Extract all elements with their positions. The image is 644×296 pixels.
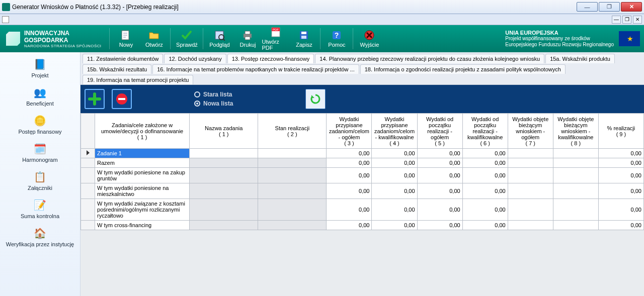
- cell-col7[interactable]: [508, 168, 553, 183]
- cell-col5[interactable]: 0,00: [417, 168, 462, 183]
- cell-col3[interactable]: 0,00: [327, 149, 372, 158]
- cell-stan[interactable]: [258, 149, 327, 158]
- table-row[interactable]: Zadanie 10,000,000,000,000,00: [81, 149, 644, 158]
- cell-col5[interactable]: 0,00: [417, 183, 462, 199]
- cell-col8[interactable]: [553, 199, 598, 221]
- table-row[interactable]: W tym wydatki związane z kosztami pośred…: [81, 199, 644, 221]
- tab-12[interactable]: 12. Dochód uzyskany: [164, 54, 226, 63]
- data-grid[interactable]: Zadania/cele założone w umowie/decyzji o…: [80, 113, 644, 230]
- nav-beneficjent[interactable]: 👥 Beneficjent: [0, 84, 80, 108]
- tab-15b[interactable]: 15b. Wskaźniki rezultatu: [83, 64, 151, 74]
- cell-col8[interactable]: [553, 221, 598, 230]
- cell-zadania[interactable]: W tym wydatki poniesione na mieszkalnict…: [95, 183, 190, 199]
- tab-14[interactable]: 14. Planowany przebieg rzeczowy realizac…: [315, 54, 544, 63]
- cell-stan[interactable]: [258, 168, 327, 183]
- window-close-button[interactable]: ✕: [621, 2, 642, 12]
- cell-zadania[interactable]: W tym cross-financing: [95, 221, 190, 230]
- table-row[interactable]: W tym cross-financing0,000,000,000,000,0…: [81, 221, 644, 230]
- cell-col3[interactable]: 0,00: [327, 199, 372, 221]
- cell-zadania[interactable]: W tym wydatki związane z kosztami pośred…: [95, 199, 190, 221]
- col-3[interactable]: Wydatki przypisane zadaniom/celom - ogół…: [327, 114, 372, 149]
- cell-col4[interactable]: 0,00: [372, 149, 417, 158]
- cell-col7[interactable]: [508, 149, 553, 158]
- cell-col5[interactable]: 0,00: [417, 199, 462, 221]
- col-zadania[interactable]: Zadania/cele założone w umowie/decyzji o…: [95, 114, 190, 149]
- mdi-minimize-button[interactable]: —: [612, 16, 621, 24]
- toolbar-nowy-button[interactable]: Nowy: [112, 25, 140, 52]
- cell-col7[interactable]: [508, 158, 553, 168]
- table-row[interactable]: W tym wydatki poniesione na zakup gruntó…: [81, 168, 644, 183]
- cell-zadania[interactable]: Razem: [95, 158, 190, 168]
- cell-col9[interactable]: 0,00: [598, 168, 643, 183]
- cell-stan[interactable]: [258, 183, 327, 199]
- cell-col8[interactable]: [553, 183, 598, 199]
- col-5[interactable]: Wydatki od początku realizacji - ogółem(…: [417, 114, 462, 149]
- tab-11[interactable]: 11. Zestawienie dokumentów: [83, 54, 163, 63]
- toolbar-otworz-button[interactable]: Otwórz: [140, 25, 168, 52]
- table-row[interactable]: Razem0,000,000,000,000,00: [81, 158, 644, 168]
- nav-projekt[interactable]: 📘 Projekt: [0, 56, 80, 79]
- cell-nazwa[interactable]: [190, 149, 258, 158]
- cell-col4[interactable]: 0,00: [372, 221, 417, 230]
- col-stan[interactable]: Stan realizacji( 2 ): [258, 114, 327, 149]
- cell-col8[interactable]: [553, 168, 598, 183]
- cell-col4[interactable]: 0,00: [372, 158, 417, 168]
- cell-zadania[interactable]: Zadanie 1: [95, 149, 190, 158]
- cell-col4[interactable]: 0,00: [372, 199, 417, 221]
- col-7[interactable]: Wydatki objęte bieżącym wnioskiem - ogół…: [508, 114, 553, 149]
- tab-13[interactable]: 13. Postęp rzeczowo-finansowy: [227, 54, 314, 63]
- cell-nazwa[interactable]: [190, 183, 258, 199]
- toolbar-zapisz-button[interactable]: Zapisz: [290, 25, 318, 52]
- cell-col8[interactable]: [553, 149, 598, 158]
- nav-postep-finansowy[interactable]: 🪙 Postęp finansowy: [0, 113, 80, 136]
- cell-nazwa[interactable]: [190, 168, 258, 183]
- cell-col6[interactable]: 0,00: [462, 149, 508, 158]
- toolbar-wyjscie-button[interactable]: Wyjście: [355, 25, 383, 52]
- cell-col5[interactable]: 0,00: [417, 158, 462, 168]
- cell-col6[interactable]: 0,00: [462, 199, 508, 221]
- cell-col4[interactable]: 0,00: [372, 183, 417, 199]
- cell-col3[interactable]: 0,00: [327, 183, 372, 199]
- refresh-button[interactable]: [305, 89, 326, 109]
- mdi-close-button[interactable]: ✕: [633, 16, 642, 24]
- delete-row-button[interactable]: [112, 89, 132, 109]
- cell-col3[interactable]: 0,00: [327, 158, 372, 168]
- toolbar-utworz-pdf-button[interactable]: PDF Utwórz PDF: [262, 25, 290, 52]
- cell-col7[interactable]: [508, 183, 553, 199]
- toolbar-pomoc-button[interactable]: ? Pomoc: [323, 25, 351, 52]
- tab-19[interactable]: 19. Informacja na temat promocji projekt…: [83, 75, 193, 84]
- col-nazwa[interactable]: Nazwa zadania( 1 ): [190, 114, 258, 149]
- cell-col6[interactable]: 0,00: [462, 221, 508, 230]
- cell-col9[interactable]: 0,00: [598, 158, 643, 168]
- cell-nazwa[interactable]: [190, 158, 258, 168]
- cell-stan[interactable]: [258, 199, 327, 221]
- radio-nowa-lista[interactable]: Nowa lista: [194, 100, 233, 107]
- toolbar-sprawdz-button[interactable]: Sprawdź: [173, 25, 201, 52]
- col-4[interactable]: Wydatki przypisane zadaniom/celom - kwal…: [372, 114, 417, 149]
- cell-col8[interactable]: [553, 158, 598, 168]
- col-9[interactable]: % realizacji( 9 ): [598, 114, 643, 149]
- col-8[interactable]: Wydatki objęte bieżącym wnioskiem - kwal…: [553, 114, 598, 149]
- radio-stara-lista[interactable]: Stara lista: [194, 91, 233, 98]
- cell-col9[interactable]: 0,00: [598, 183, 643, 199]
- nav-harmonogram[interactable]: 🗓️ Harmonogram: [0, 141, 80, 164]
- cell-nazwa[interactable]: [190, 221, 258, 230]
- col-6[interactable]: Wydatki od początku realizacji - kwalifi…: [462, 114, 508, 149]
- nav-zalaczniki[interactable]: 📋 Załączniki: [0, 169, 80, 192]
- cell-col4[interactable]: 0,00: [372, 168, 417, 183]
- mdi-restore-button[interactable]: ❐: [622, 16, 631, 24]
- cell-col9[interactable]: 0,00: [598, 199, 643, 221]
- window-maximize-button[interactable]: ❐: [599, 2, 620, 12]
- nav-weryfikacja[interactable]: 🏠 Weryfikacja przez instytucję: [0, 225, 80, 248]
- toolbar-drukuj-button[interactable]: Drukuj: [233, 25, 262, 52]
- cell-col3[interactable]: 0,00: [327, 168, 372, 183]
- nav-suma-kontrolna[interactable]: 📝 Suma kontrolna: [0, 197, 80, 220]
- cell-col5[interactable]: 0,00: [417, 149, 462, 158]
- cell-nazwa[interactable]: [190, 199, 258, 221]
- cell-col6[interactable]: 0,00: [462, 158, 508, 168]
- tab-16[interactable]: 16. Informacje na temat problemów napotk…: [152, 64, 359, 74]
- cell-stan[interactable]: [258, 221, 327, 230]
- cell-col7[interactable]: [508, 221, 553, 230]
- cell-col6[interactable]: 0,00: [462, 183, 508, 199]
- cell-col5[interactable]: 0,00: [417, 221, 462, 230]
